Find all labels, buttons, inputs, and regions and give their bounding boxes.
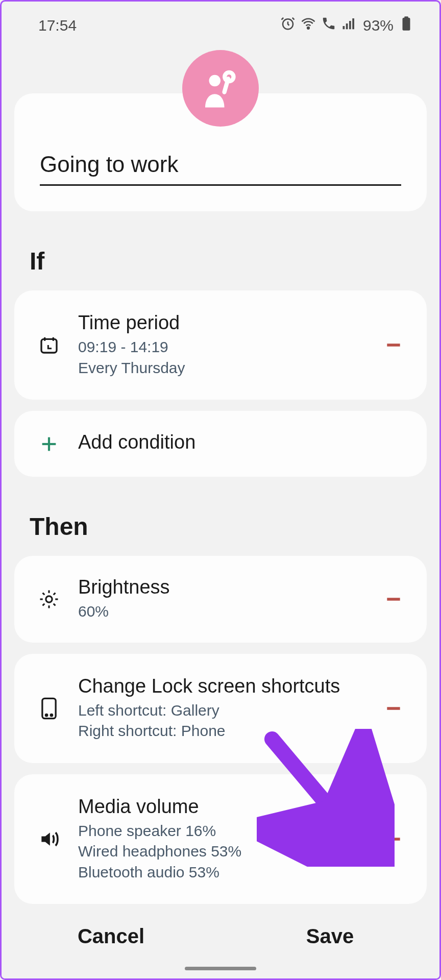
alarm-icon xyxy=(280,16,296,35)
svg-rect-5 xyxy=(352,18,354,29)
svg-point-1 xyxy=(307,27,309,29)
brightness-value: 60% xyxy=(78,601,365,622)
remove-brightness-button[interactable] xyxy=(383,589,404,609)
remove-media-volume-button[interactable] xyxy=(383,829,404,849)
svg-line-20 xyxy=(53,604,55,606)
battery-icon xyxy=(399,16,414,35)
svg-rect-7 xyxy=(404,16,408,18)
routine-name-input[interactable] xyxy=(40,148,401,186)
remove-lock-shortcuts-button[interactable] xyxy=(383,698,404,719)
lock-shortcut-left: Left shortcut: Gallery xyxy=(78,700,365,721)
media-volume-title: Media volume xyxy=(78,796,365,818)
lock-shortcut-right: Right shortcut: Phone xyxy=(78,721,365,742)
svg-point-9 xyxy=(225,72,233,81)
svg-point-26 xyxy=(51,714,52,716)
time-period-range: 09:19 - 14:19 xyxy=(78,337,365,358)
battery-percent: 93% xyxy=(363,17,394,34)
svg-point-14 xyxy=(45,596,52,602)
media-volume-wired: Wired headphones 53% xyxy=(78,841,365,862)
add-condition-label: Add condition xyxy=(78,431,404,453)
add-condition-card[interactable]: Add condition xyxy=(14,411,427,477)
cancel-button[interactable]: Cancel xyxy=(2,925,220,948)
tablet-icon xyxy=(37,697,60,720)
svg-line-22 xyxy=(53,593,55,595)
lock-shortcuts-card[interactable]: Change Lock screen shortcuts Left shortc… xyxy=(14,654,427,763)
brightness-title: Brightness xyxy=(78,576,365,598)
call-icon xyxy=(321,16,336,35)
svg-rect-10 xyxy=(41,339,57,353)
if-header: If xyxy=(30,247,411,275)
svg-point-8 xyxy=(209,75,221,87)
brightness-card[interactable]: Brightness 60% xyxy=(14,556,427,643)
remove-time-period-button[interactable] xyxy=(383,335,404,355)
time-period-title: Time period xyxy=(78,312,365,334)
plus-icon xyxy=(37,432,60,455)
wifi-icon xyxy=(301,16,316,35)
status-time: 17:54 xyxy=(38,17,77,34)
svg-rect-3 xyxy=(346,23,348,29)
commute-icon xyxy=(198,65,243,111)
svg-point-25 xyxy=(45,714,47,716)
media-volume-bluetooth: Bluetooth audio 53% xyxy=(78,862,365,883)
calendar-icon xyxy=(37,335,60,355)
home-indicator[interactable] xyxy=(185,967,256,970)
svg-rect-6 xyxy=(403,18,410,31)
svg-line-19 xyxy=(42,593,44,595)
volume-icon xyxy=(37,828,60,850)
status-bar: 17:54 93% xyxy=(2,2,439,45)
time-period-days: Every Thursday xyxy=(78,358,365,379)
brightness-icon xyxy=(37,589,60,610)
media-volume-card[interactable]: Media volume Phone speaker 16% Wired hea… xyxy=(14,774,427,904)
routine-title-card xyxy=(14,93,427,211)
svg-rect-4 xyxy=(349,21,351,29)
routine-icon-circle[interactable] xyxy=(182,50,259,127)
signal-icon xyxy=(341,16,357,35)
svg-line-21 xyxy=(42,604,44,606)
media-volume-speaker: Phone speaker 16% xyxy=(78,821,365,842)
svg-rect-24 xyxy=(42,698,55,718)
lock-shortcuts-title: Change Lock screen shortcuts xyxy=(78,675,365,697)
save-button[interactable]: Save xyxy=(220,925,439,948)
status-icons: 93% xyxy=(280,16,414,35)
time-period-card[interactable]: Time period 09:19 - 14:19 Every Thursday xyxy=(14,290,427,400)
svg-rect-2 xyxy=(342,26,345,29)
then-header: Then xyxy=(30,512,411,541)
